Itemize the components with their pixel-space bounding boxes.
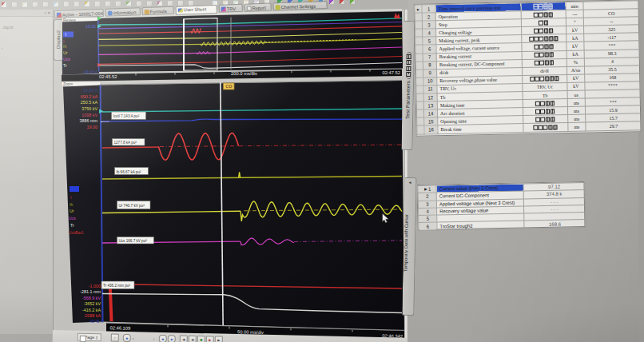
svg-text:48:45 A: 48:45 A xyxy=(89,319,104,324)
svg-text:48:45 A: 48:45 A xyxy=(84,70,98,74)
svg-text:-281.1 mm: -281.1 mm xyxy=(80,289,101,294)
svg-text:02:46.109: 02:46.109 xyxy=(109,325,130,331)
svg-text:Tr: Tr xyxy=(63,63,67,68)
svg-text:250.5 kA: 250.5 kA xyxy=(81,100,98,105)
svg-text:690.2 kA: 690.2 kA xyxy=(81,94,98,99)
svg-text:I: I xyxy=(63,39,64,44)
svg-text:1098 kV: 1098 kV xyxy=(81,113,97,117)
svg-text:I: I xyxy=(66,32,66,37)
svg-text:3886 mm: 3886 mm xyxy=(80,118,98,123)
svg-text:Zoom: Zoom xyxy=(63,82,73,86)
svg-text:Ih: Ih xyxy=(63,44,66,49)
svg-text:Ur: Ur xyxy=(70,209,74,213)
svg-text:Ur: Ur xyxy=(63,50,68,55)
svg-text:19.00: 19.00 xyxy=(85,24,96,29)
svg-text:200.0 ms/div: 200.0 ms/div xyxy=(231,71,257,76)
svg-text:19.00 A: 19.00 A xyxy=(83,88,98,93)
svg-text:-1.000: -1.000 xyxy=(89,284,101,288)
svg-text:19.00: 19.00 xyxy=(87,125,98,129)
svg-text:-568.9 kV: -568.9 kV xyxy=(82,296,101,300)
svg-text:Ucs: Ucs xyxy=(69,216,76,221)
svg-text:I: I xyxy=(70,195,71,200)
svg-text:-3652 kV: -3652 kV xyxy=(83,301,101,306)
svg-text:Tr: Tr xyxy=(70,223,74,228)
svg-text:UnitBar1: UnitBar1 xyxy=(69,231,84,235)
svg-text:02:47.52: 02:47.52 xyxy=(382,70,400,75)
svg-text:Ucs: Ucs xyxy=(63,57,70,62)
svg-text:-416.2 kA: -416.2 kA xyxy=(82,308,101,312)
svg-text:02:45.52: 02:45.52 xyxy=(99,74,117,79)
svg-text:Ih: Ih xyxy=(70,202,73,207)
svg-text:3756 kV: 3756 kV xyxy=(81,106,97,111)
svg-text:-2088 kA: -2088 kA xyxy=(83,313,101,318)
